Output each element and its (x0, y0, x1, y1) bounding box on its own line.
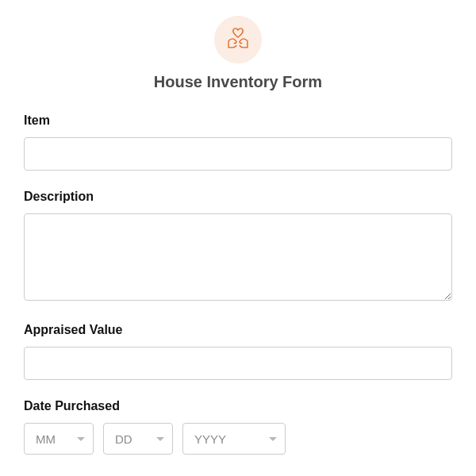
year-placeholder: YYYY (194, 432, 264, 446)
month-select[interactable]: MM (24, 423, 94, 455)
field-appraised-value: Appraised Value (24, 323, 452, 380)
form-container: House Inventory Form Item Description Ap… (0, 0, 476, 476)
month-placeholder: MM (36, 432, 72, 446)
field-description: Description (24, 190, 452, 304)
chevron-down-icon (77, 437, 85, 441)
description-input[interactable] (24, 213, 452, 301)
form-header: House Inventory Form (24, 16, 452, 91)
item-label: Item (24, 113, 452, 128)
day-placeholder: DD (115, 432, 152, 446)
day-select[interactable]: DD (103, 423, 173, 455)
year-select[interactable]: YYYY (182, 423, 286, 455)
item-input[interactable] (24, 137, 452, 171)
chevron-down-icon (269, 437, 277, 441)
date-purchased-label: Date Purchased (24, 399, 452, 413)
appraised-value-input[interactable] (24, 347, 452, 380)
description-label: Description (24, 190, 452, 204)
field-date-purchased: Date Purchased MM DD YYYY (24, 399, 452, 455)
hands-heart-icon (225, 25, 251, 55)
chevron-down-icon (156, 437, 164, 441)
form-title: House Inventory Form (24, 73, 452, 91)
header-icon-circle (214, 16, 262, 63)
field-item: Item (24, 113, 452, 171)
date-row: MM DD YYYY (24, 423, 452, 455)
appraised-value-label: Appraised Value (24, 323, 452, 337)
